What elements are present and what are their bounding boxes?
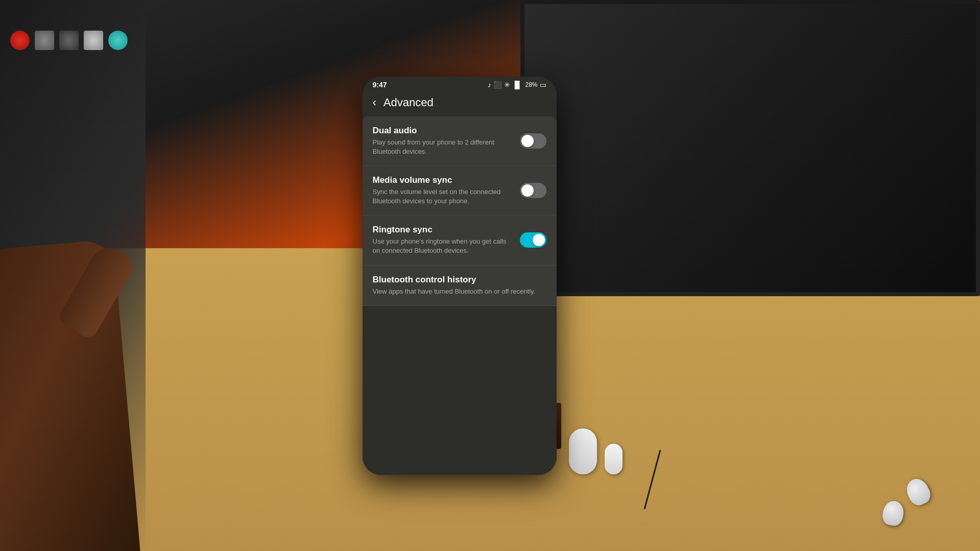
ringtone-sync-toggle-knob bbox=[533, 234, 545, 246]
bottom-space bbox=[363, 306, 557, 475]
desktop-icons bbox=[10, 31, 128, 50]
bluetooth-history-title: Bluetooth control history bbox=[373, 275, 538, 285]
chrome-icon bbox=[35, 31, 54, 50]
dual-audio-item[interactable]: Dual audio Play sound from your phone to… bbox=[363, 116, 557, 166]
hand-area bbox=[0, 194, 153, 551]
media-volume-sync-title: Media volume sync bbox=[373, 175, 512, 185]
music-icon: ♪ bbox=[488, 81, 491, 89]
dual-audio-text: Dual audio Play sound from your phone to… bbox=[373, 126, 520, 156]
earbud-2 bbox=[881, 499, 905, 527]
settings-content: Dual audio Play sound from your phone to… bbox=[363, 116, 557, 475]
dual-audio-toggle-knob bbox=[521, 135, 534, 147]
white-capsule-1 bbox=[569, 428, 597, 474]
phone-wrapper: 9:47 ♪ ⬛ ✳ ▐▌ 28% ▭ ‹ Advanced bbox=[363, 77, 557, 475]
battery-percent: 28% bbox=[525, 81, 537, 88]
status-bar: 9:47 ♪ ⬛ ✳ ▐▌ 28% ▭ bbox=[363, 77, 557, 91]
signal-icon: ▐▌ bbox=[512, 81, 522, 89]
dual-audio-toggle[interactable] bbox=[520, 133, 546, 149]
firefox-icon bbox=[10, 31, 30, 50]
page-title: Advanced bbox=[384, 96, 434, 109]
folder-icon bbox=[59, 31, 79, 50]
phone-screen: 9:47 ♪ ⬛ ✳ ▐▌ 28% ▭ ‹ Advanced bbox=[363, 77, 557, 475]
app-icon bbox=[108, 31, 128, 50]
nav-bar: ‹ Advanced bbox=[363, 91, 557, 116]
media-volume-sync-text: Media volume sync Sync the volume level … bbox=[373, 175, 520, 206]
white-capsule-2 bbox=[605, 444, 623, 474]
bluetooth-icon: ✳ bbox=[504, 81, 510, 89]
monitor-screen bbox=[524, 4, 976, 292]
battery-icon: ▭ bbox=[540, 81, 546, 89]
notes-icon bbox=[84, 31, 103, 50]
monitor bbox=[520, 0, 980, 296]
dual-audio-title: Dual audio bbox=[373, 126, 512, 136]
media-volume-sync-toggle[interactable] bbox=[520, 183, 546, 198]
bluetooth-history-item[interactable]: Bluetooth control history View apps that… bbox=[363, 266, 557, 306]
ringtone-sync-toggle[interactable] bbox=[520, 232, 546, 248]
status-icons: ♪ ⬛ ✳ ▐▌ 28% ▭ bbox=[488, 81, 546, 89]
earbud-1 bbox=[903, 475, 934, 509]
status-time: 9:47 bbox=[373, 81, 387, 89]
ringtone-sync-title: Ringtone sync bbox=[373, 225, 512, 235]
media-volume-sync-item[interactable]: Media volume sync Sync the volume level … bbox=[363, 166, 557, 215]
media-volume-sync-toggle-knob bbox=[521, 184, 534, 197]
ringtone-sync-text: Ringtone sync Use your phone's ringtone … bbox=[373, 225, 520, 255]
phone: 9:47 ♪ ⬛ ✳ ▐▌ 28% ▭ ‹ Advanced bbox=[363, 77, 557, 475]
dual-audio-desc: Play sound from your phone to 2 differen… bbox=[373, 138, 512, 156]
notification-icon: ⬛ bbox=[493, 81, 502, 89]
bluetooth-history-desc: View apps that have turned Bluetooth on … bbox=[373, 287, 538, 296]
back-button[interactable]: ‹ bbox=[373, 97, 376, 108]
bluetooth-history-text: Bluetooth control history View apps that… bbox=[373, 275, 546, 296]
ringtone-sync-item[interactable]: Ringtone sync Use your phone's ringtone … bbox=[363, 215, 557, 265]
media-volume-sync-desc: Sync the volume level set on the connect… bbox=[373, 187, 512, 206]
ringtone-sync-desc: Use your phone's ringtone when you get c… bbox=[373, 237, 512, 255]
